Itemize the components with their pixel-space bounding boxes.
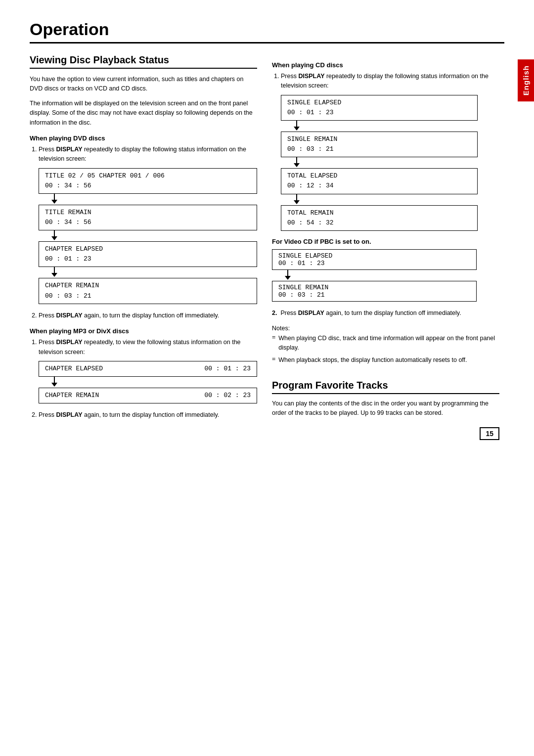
- arrow-cd-1: [291, 157, 303, 168]
- dvd-box-0: TITLE 02 / 05 CHAPTER 001 / 006 00 : 34 …: [39, 168, 257, 194]
- pbc-box-1-line2: 00 : 03 : 21: [278, 291, 470, 299]
- cd-step2-bold: DISPLAY: [298, 310, 324, 316]
- mp3-steps: Press DISPLAY repeatedly, to view the fo…: [30, 338, 257, 420]
- cd-box-1-line1: SINGLE REMAIN: [287, 134, 471, 144]
- mp3-table-1-inner: CHAPTER REMAIN 00 : 02 : 23: [39, 388, 257, 403]
- arrow-line: [54, 194, 55, 200]
- note-eq-0: =: [272, 334, 275, 353]
- intro2-text: The information will be displayed on the…: [30, 99, 257, 128]
- arrow-line: [54, 377, 55, 383]
- mp3-heading: When playing MP3 or DivX discs: [30, 327, 257, 335]
- dvd-display-chain: TITLE 02 / 05 CHAPTER 001 / 006 00 : 34 …: [39, 168, 257, 304]
- pbc-display-chain: SINGLE ELAPSED 00 : 01 : 23 SINGLE REMAI…: [272, 249, 477, 302]
- cd-step1-bold: DISPLAY: [298, 73, 324, 80]
- arrow-line: [296, 157, 297, 163]
- arrow-head: [51, 273, 57, 277]
- mp3-row-1: CHAPTER REMAIN 00 : 02 : 23: [39, 388, 257, 403]
- mp3-table-0-inner: CHAPTER ELAPSED 00 : 01 : 23: [39, 361, 257, 376]
- cd-step2-label: 2.: [272, 310, 277, 316]
- notes-section: Notes: = When playing CD disc, track and…: [272, 325, 499, 364]
- dvd-step2: Press DISPLAY again, to turn the display…: [39, 311, 257, 320]
- arrow-line: [54, 267, 55, 273]
- cd-box-1-display: SINGLE REMAIN 00 : 03 : 21: [281, 132, 478, 157]
- dvd-box-2-line2: 00 : 01 : 23: [45, 254, 251, 264]
- arrow-line: [296, 121, 297, 127]
- cd-box-3: TOTAL REMAIN 00 : 54 : 32: [281, 205, 478, 231]
- cd-step1: Press DISPLAY repeatedly to display the …: [281, 72, 499, 231]
- dvd-box-0-line1: TITLE 02 / 05 CHAPTER 001 / 006: [45, 171, 251, 181]
- arrow-cd-0: [291, 121, 303, 132]
- mp3-step1: Press DISPLAY repeatedly, to view the fo…: [39, 338, 257, 403]
- intro1-text: You have the option to view current info…: [30, 75, 257, 94]
- dvd-box-2: CHAPTER ELAPSED 00 : 01 : 23: [39, 241, 257, 267]
- pbc-box-1: SINGLE REMAIN 00 : 03 : 21: [272, 281, 477, 302]
- cd-box-2-line1: TOTAL ELAPSED: [287, 171, 471, 181]
- page-title: Operation: [30, 20, 504, 44]
- pbc-box-0-line2: 00 : 01 : 23: [278, 260, 470, 267]
- cd-box-1-line2: 00 : 03 : 21: [287, 144, 471, 154]
- dvd-box-3: CHAPTER REMAIN 00 : 03 : 21: [39, 278, 257, 304]
- cd-display-chain: SINGLE ELAPSED 00 : 01 : 23 SINGLE REMAI…: [281, 95, 478, 231]
- page-number: 15: [480, 427, 499, 440]
- cd-box-3-display: TOTAL REMAIN 00 : 54 : 32: [281, 205, 478, 231]
- page-wrapper: English Operation Viewing Disc Playback …: [0, 0, 534, 455]
- arrow-pbc-0: [282, 270, 294, 281]
- cd-box-0-line1: SINGLE ELAPSED: [287, 98, 471, 108]
- note-text-0: When playing CD disc, track and time inf…: [278, 334, 499, 353]
- arrow-head: [51, 236, 57, 240]
- cd-box-1: SINGLE REMAIN 00 : 03 : 21: [281, 132, 478, 157]
- notes-label: Notes:: [272, 325, 499, 332]
- cd-box-3-line1: TOTAL REMAIN: [287, 208, 471, 218]
- mp3-step2-bold: DISPLAY: [56, 411, 82, 418]
- mp3-display-chain: CHAPTER ELAPSED 00 : 01 : 23: [39, 361, 257, 403]
- dvd-box-2-display: CHAPTER ELAPSED 00 : 01 : 23: [39, 241, 257, 267]
- dvd-box-1: TITLE REMAIN 00 : 34 : 56: [39, 205, 257, 230]
- pbc-box-0: SINGLE ELAPSED 00 : 01 : 23: [272, 249, 477, 270]
- dvd-heading: When playing DVD discs: [30, 134, 257, 142]
- arrow-head: [51, 200, 57, 204]
- dvd-box-1-display: TITLE REMAIN 00 : 34 : 56: [39, 205, 257, 230]
- dvd-box-2-line1: CHAPTER ELAPSED: [45, 244, 251, 254]
- arrow-dvd-2: [48, 267, 60, 278]
- cd-box-2-display: TOTAL ELAPSED 00 : 12 : 34: [281, 168, 478, 194]
- mp3-row-0-label: CHAPTER ELAPSED: [39, 361, 158, 376]
- mp3-table-0: CHAPTER ELAPSED 00 : 01 : 23: [39, 361, 257, 377]
- cd-step2: 2. Press DISPLAY again, to turn the disp…: [272, 309, 499, 318]
- pbc-box-0-display: SINGLE ELAPSED 00 : 01 : 23: [272, 249, 477, 270]
- arrow-dvd-0: [48, 194, 60, 205]
- pbc-box-1-line1: SINGLE REMAIN: [278, 284, 470, 291]
- arrow-line: [287, 270, 288, 276]
- mp3-table-1: CHAPTER REMAIN 00 : 02 : 23: [39, 388, 257, 403]
- mp3-row-1-label: CHAPTER REMAIN: [39, 388, 155, 403]
- cd-heading: When playing CD discs: [272, 61, 499, 69]
- mp3-row-0: CHAPTER ELAPSED 00 : 01 : 23: [39, 361, 257, 376]
- section1-title: Viewing Disc Playback Status: [30, 54, 257, 69]
- arrow-dvd-1: [48, 230, 60, 241]
- dvd-box-0-display: TITLE 02 / 05 CHAPTER 001 / 006 00 : 34 …: [39, 168, 257, 194]
- cd-box-3-line2: 00 : 54 : 32: [287, 218, 471, 228]
- mp3-row-0-value: 00 : 01 : 23: [158, 361, 257, 376]
- section2-body: You can play the contents of the disc in…: [272, 399, 499, 418]
- right-column: When playing CD discs Press DISPLAY repe…: [272, 54, 499, 425]
- arrow-head: [285, 276, 291, 280]
- arrow-cd-2: [291, 194, 303, 205]
- dvd-box-1-line1: TITLE REMAIN: [45, 208, 251, 218]
- dvd-step2-post: again, to turn the display function off …: [82, 312, 219, 319]
- main-columns: Viewing Disc Playback Status You have th…: [30, 54, 504, 425]
- arrow-line: [296, 194, 297, 200]
- arrow-mp3-0: [48, 377, 60, 388]
- left-column: Viewing Disc Playback Status You have th…: [30, 54, 257, 425]
- dvd-box-3-line1: CHAPTER REMAIN: [45, 281, 251, 291]
- pbc-box-1-display: SINGLE REMAIN 00 : 03 : 21: [272, 281, 477, 302]
- dvd-steps: Press DISPLAY repeatedly to display the …: [30, 145, 257, 320]
- dvd-box-1-line2: 00 : 34 : 56: [45, 218, 251, 227]
- pbc-heading: For Video CD if PBC is set to on.: [272, 238, 499, 245]
- dvd-step1-bold: DISPLAY: [56, 146, 82, 153]
- arrow-head: [294, 200, 300, 204]
- arrow-head: [51, 383, 57, 387]
- dvd-box-0-line2: 00 : 34 : 56: [45, 181, 251, 191]
- mp3-row-1-value: 00 : 02 : 23: [155, 388, 257, 403]
- dvd-box-3-line2: 00 : 03 : 21: [45, 291, 251, 301]
- dvd-step1: Press DISPLAY repeatedly to display the …: [39, 145, 257, 304]
- mp3-step2-post: again, to turn the display function off …: [82, 411, 219, 418]
